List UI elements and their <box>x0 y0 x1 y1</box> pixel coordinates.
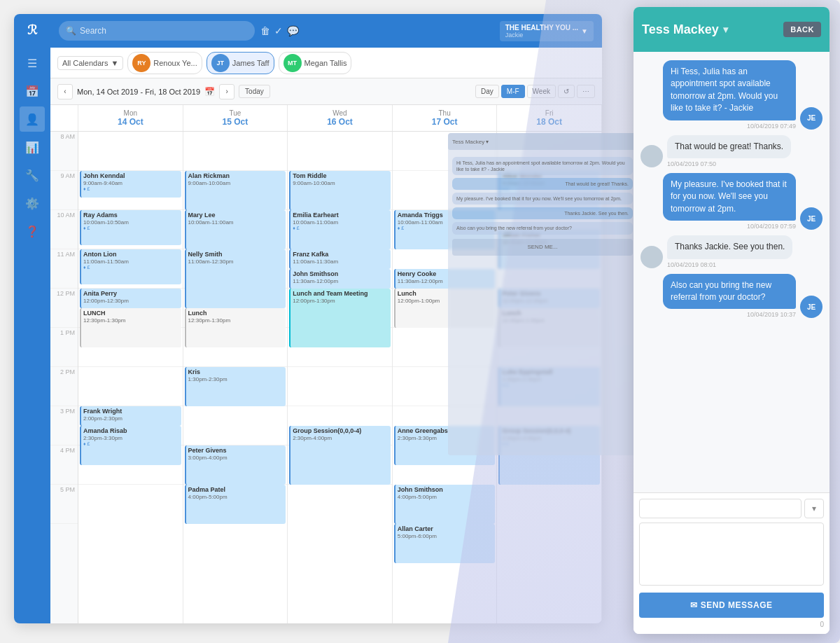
sidebar-tools-icon[interactable]: 🔧 <box>20 163 45 188</box>
appt-wed-2[interactable]: Emilia Earheart 10:00am-11:00am ♦ £ <box>289 210 391 249</box>
msg-row-3: JE My pleasure. I've booked that it for … <box>640 173 822 230</box>
sidebar-chart-icon[interactable]: 📊 <box>20 134 45 160</box>
contact-name-text: Tess Mackey <box>642 22 719 37</box>
msg-time-3: 10/04/2019 07:59 <box>747 223 796 230</box>
appt-wed-5[interactable]: Group Session(0,0,0-4) 2:30pm-4:00pm <box>289 426 391 485</box>
view-day[interactable]: Day <box>475 85 499 98</box>
appt-wed-3[interactable]: Franz Kafka 11:00am-11:30am <box>289 249 391 269</box>
topbar-icons: 🗑 ✓ 💬 <box>260 25 299 36</box>
delete-icon[interactable]: 🗑 <box>260 25 270 36</box>
msg-bubble-wrap-2: That would be great! Thanks. 10/04/2019 … <box>667 135 791 167</box>
provider-chip-ry[interactable]: RY Renoux Ye... <box>127 52 202 74</box>
chat-input-area: ▾ ✉ SEND MESSAGE 0 <box>634 492 830 634</box>
msg-bubble-2: That would be great! Thanks. <box>667 135 791 158</box>
msg-avatar-je-3: JE <box>800 207 822 230</box>
day-header-wed: Wed 16 Oct <box>288 105 393 131</box>
view-mf[interactable]: M-F <box>501 85 525 98</box>
search-placeholder: Search <box>80 26 106 36</box>
date-range: Mon, 14 Oct 2019 - Fri, 18 Oct 2019 <box>77 88 200 96</box>
appt-tue-lunch[interactable]: Lunch 12:30pm-1:30pm <box>185 308 286 347</box>
appt-wed-4[interactable]: John Smithson 11:30am-12:00pm <box>289 269 391 289</box>
appt-mon-2[interactable]: Ray Adams 10:00am-10:50am ♦ £ <box>80 210 181 245</box>
msg-bubble-wrap-1: Hi Tess, Julia has an appointment spot a… <box>663 60 796 130</box>
msg-bubble-wrap-4: Thanks Jackie. See you then. 10/04/2019 … <box>667 235 792 268</box>
time-header <box>50 105 78 131</box>
msg-bubble-wrap-3: My pleasure. I've booked that it for you… <box>663 173 796 230</box>
chat-template-input[interactable] <box>639 499 802 518</box>
filter-label: All Calendars <box>62 59 108 67</box>
msg-bubble-3: My pleasure. I've booked that it for you… <box>663 173 796 221</box>
chat-icon[interactable]: 💬 <box>287 25 299 36</box>
appt-tue-5[interactable]: Peter Givens 3:00pm-4:00pm <box>185 445 286 485</box>
msg-bubble-5: Also can you bring the new referral from… <box>663 274 796 310</box>
chat-bg-panel: Tess Mackey ▾ Hi Tess, Julia has an appo… <box>448 133 637 455</box>
appt-wed-1[interactable]: Tom Riddle 9:00am-10:00am <box>289 171 391 210</box>
cal-toolbar: All Calendars ▼ RY Renoux Ye... JT James… <box>50 48 602 78</box>
appt-mon-5[interactable]: Frank Wright 2:00pm-2:30pm <box>80 406 181 426</box>
send-message-btn[interactable]: ✉ SEND MESSAGE <box>639 593 824 618</box>
appt-tue-2[interactable]: Mary Lee 10:00am-11:00am <box>185 210 286 249</box>
check-icon[interactable]: ✓ <box>274 25 283 36</box>
appt-tue-4[interactable]: Kris 1:30pm-2:30pm <box>185 367 286 406</box>
chat-select-dropdown-btn[interactable]: ▾ <box>804 499 824 518</box>
msg-bubble-4: Thanks Jackie. See you then. <box>667 235 792 258</box>
sidebar-help-icon[interactable]: ❓ <box>20 219 45 244</box>
appt-mon-lunch[interactable]: LUNCH 12:30pm-1:30pm <box>80 308 181 347</box>
day-col-mon: John Kenndal 9:00am-9:40am ♦ £ Ray Adams… <box>78 132 183 623</box>
chat-textarea[interactable] <box>639 523 824 586</box>
topbar: 🔍 Search 🗑 ✓ 💬 THE HEALTHY YOU ... Jacki… <box>50 14 602 48</box>
msg-row-5: JE Also can you bring the new referral f… <box>640 274 822 319</box>
provider-avatar-mt: MT <box>284 54 302 72</box>
chat-footer-num: 0 <box>639 621 824 628</box>
msg-avatar-in-4 <box>640 246 663 268</box>
appt-mon-6[interactable]: Amanda Risab 2:30pm-3:30pm ♦ £ <box>80 426 181 465</box>
sidebar-calendar-icon[interactable]: 📅 <box>20 78 45 104</box>
prev-btn[interactable]: ‹ <box>57 84 73 99</box>
appt-mon-1[interactable]: John Kenndal 9:00am-9:40am ♦ £ <box>80 171 181 198</box>
appt-tue-1[interactable]: Alan Rickman 9:00am-10:00am <box>185 171 286 210</box>
provider-name-jt: James Taff <box>232 59 270 67</box>
msg-time-5: 10/04/2019 10:37 <box>747 311 796 318</box>
chat-panel: Tess Mackey ▾ BACK JE Hi Tess, Julia has… <box>634 7 830 634</box>
appt-tue-3[interactable]: Nelly Smith 11:00am-12:30pm <box>185 249 286 308</box>
provider-name-mt: Megan Tallis <box>304 59 347 67</box>
msg-row-1: JE Hi Tess, Julia has an appointment spo… <box>640 60 822 130</box>
calendar-filter[interactable]: All Calendars ▼ <box>57 56 123 70</box>
chat-header: Tess Mackey ▾ BACK <box>634 7 830 52</box>
cal-header: Mon 14 Oct Tue 15 Oct Wed 16 Oct Thu 17 … <box>50 105 602 132</box>
appt-mon-4[interactable]: Anita Perry 12:00pm-12:30pm <box>80 289 181 308</box>
chat-contact-name: Tess Mackey ▾ <box>642 22 728 37</box>
msg-row-2: That would be great! Thanks. 10/04/2019 … <box>640 135 822 167</box>
msg-bubble-1: Hi Tess, Julia has an appointment spot a… <box>663 60 796 120</box>
date-nav: ‹ Mon, 14 Oct 2019 - Fri, 18 Oct 2019 📅 … <box>50 78 602 105</box>
day-col-wed: Tom Riddle 9:00am-10:00am Emilia Earhear… <box>288 132 393 623</box>
search-box[interactable]: 🔍 Search <box>59 21 255 41</box>
time-col: 8 AM 9 AM 10 AM 11 AM 12 PM 1 PM 2 PM 3 … <box>50 132 78 623</box>
day-header-tue: Tue 15 Oct <box>183 105 288 131</box>
sidebar-users-icon[interactable]: 👤 <box>20 106 45 132</box>
chat-back-btn[interactable]: BACK <box>783 22 821 37</box>
sidebar-settings-icon[interactable]: ⚙️ <box>20 191 45 216</box>
chat-dropdown-icon[interactable]: ▾ <box>723 24 728 35</box>
provider-chip-jt[interactable]: JT James Taff <box>206 52 274 74</box>
provider-chip-mt[interactable]: MT Megan Tallis <box>279 52 352 74</box>
day-header-thu: Thu 17 Oct <box>393 105 498 131</box>
msg-avatar-je-5: JE <box>800 296 822 318</box>
sidebar: ℛ ☰ 📅 👤 📊 🔧 ⚙️ ❓ <box>14 14 50 623</box>
day-col-tue: Alan Rickman 9:00am-10:00am Mary Lee 10:… <box>183 132 288 623</box>
appt-tue-6[interactable]: Padma Patel 4:00pm-5:00pm <box>185 485 286 524</box>
day-header-mon: Mon 14 Oct <box>78 105 183 131</box>
appt-wed-meeting[interactable]: Lunch and Team Meeting 12:00pm-1:30pm <box>289 289 391 347</box>
provider-avatar-jt: JT <box>211 54 230 72</box>
search-icon: 🔍 <box>66 26 76 36</box>
sidebar-menu-icon[interactable]: ☰ <box>20 50 45 76</box>
msg-row-4: Thanks Jackie. See you then. 10/04/2019 … <box>640 235 822 268</box>
today-btn[interactable]: Today <box>239 85 270 98</box>
provider-name-ry: Renoux Ye... <box>153 59 197 67</box>
next-btn[interactable]: › <box>219 84 234 99</box>
msg-time-2: 10/04/2019 07:50 <box>667 160 716 167</box>
msg-time-1: 10/04/2019 07:49 <box>747 123 796 130</box>
appt-mon-3[interactable]: Anton Lion 11:00am-11:50am ♦ £ <box>80 249 181 284</box>
chat-select-row: ▾ <box>639 499 824 518</box>
app-logo: ℛ <box>27 22 37 38</box>
